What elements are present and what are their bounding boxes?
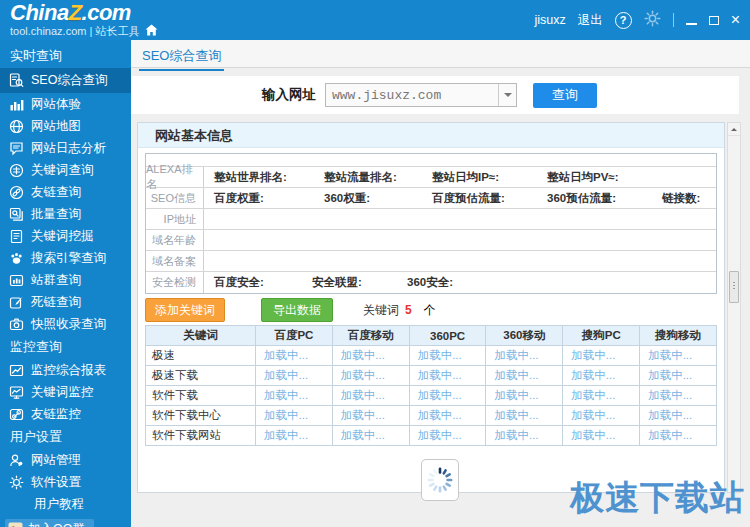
loading-link[interactable]: 加载中... — [332, 426, 409, 446]
loading-link[interactable]: 加载中... — [332, 386, 409, 406]
logo-text: ChinaZ.com — [10, 2, 158, 24]
sidebar-item-friendlink-query[interactable]: 友链查询 — [0, 181, 131, 203]
loading-link[interactable]: 加载中... — [563, 346, 640, 366]
sidebar-item-site-management[interactable]: 网站管理 — [0, 449, 131, 471]
sidebar-item-snapshot-query[interactable]: 快照收录查询 — [0, 313, 131, 335]
loading-link[interactable]: 加载中... — [409, 386, 486, 406]
loading-link[interactable]: 加载中... — [256, 426, 333, 446]
loading-link[interactable]: 加载中... — [486, 406, 563, 426]
maximize-button[interactable] — [709, 16, 719, 25]
loading-link[interactable]: 加载中... — [409, 426, 486, 446]
loading-link[interactable]: 加载中... — [256, 386, 333, 406]
sidebar-item-software-settings[interactable]: 软件设置 — [0, 471, 131, 493]
bar-chart-icon — [9, 97, 24, 112]
url-dropdown-arrow-icon[interactable] — [498, 84, 516, 106]
table-row: 软件下载 加载中... 加载中... 加载中... 加载中... 加载中... … — [146, 386, 717, 406]
info-row-seo: SEO信息 百度权重: 360权重: 百度预估流量: 360预估流量: 链接数: — [146, 188, 716, 209]
tab-bar: SEO综合查询 — [131, 40, 750, 68]
sidebar-item-deadlink-query[interactable]: 死链查询 — [0, 291, 131, 313]
column-header-360-pc: 360PC — [409, 326, 486, 346]
loading-link[interactable]: 加载中... — [256, 366, 333, 386]
sidebar-item-user-tutorial[interactable]: 用户教程 — [0, 493, 131, 515]
export-data-button[interactable]: 导出数据 — [261, 298, 333, 322]
loading-link[interactable]: 加载中... — [332, 406, 409, 426]
edit-link-icon — [9, 295, 24, 310]
keyword-table: 关键词 百度PC 百度移动 360PC 360移动 搜狗PC 搜狗移动 极速 加… — [145, 325, 717, 446]
close-button[interactable]: × — [731, 12, 740, 28]
loading-link[interactable]: 加载中... — [486, 366, 563, 386]
logo-z-mark: Z — [69, 0, 82, 25]
loading-link[interactable]: 加载中... — [332, 366, 409, 386]
column-header-keyword: 关键词 — [146, 326, 256, 346]
titlebar-separator — [673, 13, 674, 27]
help-icon[interactable]: ? — [615, 12, 632, 29]
loading-link[interactable]: 加载中... — [486, 386, 563, 406]
keyword-cell: 软件下载 — [146, 386, 256, 406]
sidebar-item-keyword-monitor[interactable]: 关键词监控 — [0, 381, 131, 403]
loading-spinner-icon — [427, 467, 453, 493]
loading-link[interactable]: 加载中... — [486, 426, 563, 446]
url-input[interactable] — [326, 84, 516, 106]
sidebar-item-friendlink-monitor[interactable]: 友链监控 — [0, 403, 131, 425]
sidebar-item-monitor-report[interactable]: 监控综合报表 — [0, 359, 131, 381]
loading-link[interactable]: 加载中... — [409, 366, 486, 386]
username-label[interactable]: jisuxz — [534, 13, 565, 27]
watermark: 极速下载站 — [570, 475, 745, 521]
loading-link[interactable]: 加载中... — [486, 346, 563, 366]
tab-seo-query[interactable]: SEO综合查询 — [139, 45, 224, 71]
globe-icon — [9, 119, 24, 134]
keyword-count-label: 关键词 — [363, 302, 399, 319]
sidebar-item-batch-query[interactable]: 批量查询 — [0, 203, 131, 225]
loading-link[interactable]: 加载中... — [256, 406, 333, 426]
sidebar-item-site-experience[interactable]: 网站体验 — [0, 93, 131, 115]
info-panel-title: 网站基本信息 — [138, 123, 724, 148]
loading-link[interactable]: 加载中... — [409, 406, 486, 426]
loading-link[interactable]: 加载中... — [563, 406, 640, 426]
logo[interactable]: ChinaZ.com tool.chinaz.com | 站长工具 — [10, 2, 158, 39]
loading-link[interactable]: 加载中... — [409, 346, 486, 366]
loading-link[interactable]: 加载中... — [256, 346, 333, 366]
loading-link[interactable]: 加载中... — [563, 366, 640, 386]
url-input-wrap — [325, 83, 517, 107]
keyword-toolbar: 添加关键词 导出数据 关键词 5 个 — [145, 299, 717, 321]
add-keyword-button[interactable]: 添加关键词 — [145, 298, 225, 322]
info-row-domain-age: 域名年龄 — [146, 230, 716, 251]
keyword-circle-icon — [9, 163, 24, 178]
loading-link[interactable]: 加载中... — [563, 426, 640, 446]
logout-button[interactable]: 退出 — [578, 12, 603, 29]
sidebar-item-site-group-query[interactable]: 站群查询 — [0, 269, 131, 291]
loading-link[interactable]: 加载中... — [640, 366, 717, 386]
camera-icon — [9, 317, 24, 332]
sidebar-item-log-analysis[interactable]: 网站日志分析 — [0, 137, 131, 159]
sidebar-section-realtime: 实时查询 — [0, 44, 131, 68]
home-icon[interactable] — [145, 24, 158, 39]
loading-link[interactable]: 加载中... — [640, 406, 717, 426]
keyword-cell: 软件下载网站 — [146, 426, 256, 446]
site-group-icon — [9, 273, 24, 288]
sidebar-item-search-engine-query[interactable]: 搜索引擎查询 — [0, 247, 131, 269]
loading-link[interactable]: 加载中... — [332, 346, 409, 366]
sidebar-item-seo-query[interactable]: SEO综合查询 — [0, 68, 131, 93]
table-row: 极速 加载中... 加载中... 加载中... 加载中... 加载中... 加载… — [146, 346, 717, 366]
loading-link[interactable]: 加载中... — [640, 426, 717, 446]
loading-link[interactable]: 加载中... — [640, 386, 717, 406]
main-area: SEO综合查询 输入网址 查询 网站基本信息 ALEXA排名 整站世界排名: 整… — [131, 40, 750, 527]
titlebar: ChinaZ.com tool.chinaz.com | 站长工具 jisuxz… — [0, 0, 750, 40]
keyword-count-unit: 个 — [424, 302, 436, 319]
loading-link[interactable]: 加载中... — [640, 346, 717, 366]
sidebar-item-keyword-mining[interactable]: 关键词挖掘 — [0, 225, 131, 247]
join-qq-group-button[interactable]: 加入QQ群 — [5, 519, 94, 527]
sidebar-item-sitemap[interactable]: 网站地图 — [0, 115, 131, 137]
scrollbar-thumb[interactable] — [729, 271, 739, 303]
info-row-empty — [146, 154, 716, 167]
keyword-cell: 软件下载中心 — [146, 406, 256, 426]
sidebar-section-user-settings: 用户设置 — [0, 425, 131, 449]
query-button[interactable]: 查询 — [533, 83, 597, 108]
settings-gear-icon[interactable] — [644, 10, 661, 30]
sidebar-item-keyword-query[interactable]: 关键词查询 — [0, 159, 131, 181]
scroll-up-button[interactable] — [728, 123, 740, 136]
loading-link[interactable]: 加载中... — [563, 386, 640, 406]
qq-group-icon — [8, 522, 23, 527]
minimize-button[interactable] — [686, 23, 697, 25]
chat-log-icon — [9, 141, 24, 156]
